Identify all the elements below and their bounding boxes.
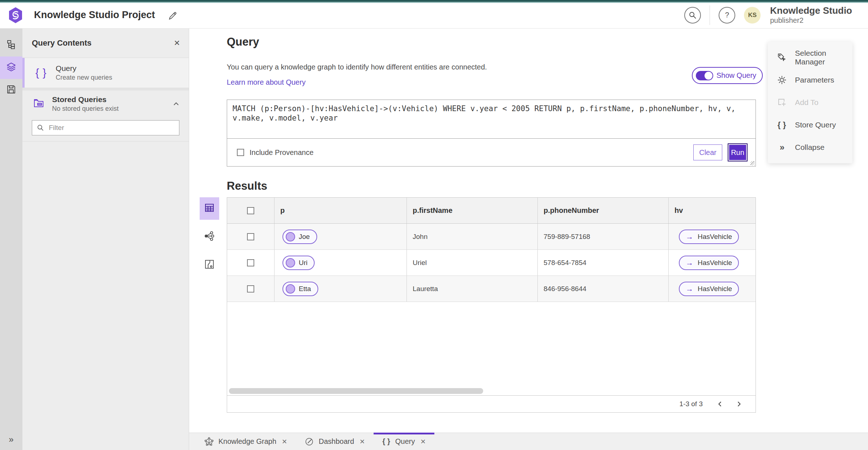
expand-icon: » [9, 434, 13, 445]
entity-label: Etta [299, 285, 311, 293]
close-icon[interactable]: ✕ [359, 438, 365, 446]
relationship-pill[interactable]: → HasVehicle [679, 256, 739, 270]
project-title: Knowledge Studio Project [34, 9, 155, 21]
column-header-hv[interactable]: hv [669, 198, 756, 223]
chevron-right-icon [735, 400, 743, 408]
entity-cell: Joe [275, 224, 407, 249]
tab-dashboard[interactable]: Dashboard ✕ [296, 433, 374, 450]
entity-label: Joe [299, 233, 310, 241]
panel-close-icon[interactable]: ✕ [174, 39, 180, 47]
row-checkbox[interactable] [247, 285, 254, 293]
toggle-switch-icon[interactable] [696, 71, 713, 80]
clear-button[interactable]: Clear [693, 144, 722, 160]
panel-item-query[interactable]: { } Query Create new queries [22, 58, 189, 88]
learn-more-link[interactable]: Learn more about Query [227, 78, 306, 87]
run-button[interactable]: Run [728, 143, 748, 161]
layers-icon [6, 62, 17, 74]
table-row[interactable]: Joe John 759-889-57168 → HasVehicle [227, 224, 756, 250]
horizontal-scrollbar[interactable] [229, 388, 483, 394]
relationship-label: HasVehicle [698, 233, 732, 241]
data-model-icon [6, 39, 16, 51]
phonenumber-cell: 759-889-57168 [538, 224, 669, 249]
menu-item-selection-manager[interactable]: Selection Manager [768, 46, 852, 69]
include-provenance-label: Include Provenance [250, 148, 314, 157]
column-header-firstname[interactable]: p.firstName [407, 198, 538, 223]
close-icon[interactable]: ✕ [420, 438, 426, 446]
tab-label: Dashboard [319, 437, 354, 446]
query-contents-panel: Query Contents ✕ { } Query Create new qu… [22, 28, 189, 450]
knowledge-graph-icon [204, 437, 214, 446]
rail-expand-button[interactable]: » [0, 431, 22, 448]
rail-item-data-model[interactable] [0, 34, 22, 56]
firstname-cell: Uriel [407, 250, 538, 276]
row-checkbox[interactable] [247, 233, 254, 240]
bottom-tab-bar: Knowledge Graph ✕ Dashboard ✕ { } Query … [189, 433, 868, 450]
tab-label: Query [395, 437, 415, 446]
double-chevron-right-icon: » [777, 142, 787, 152]
chevron-up-icon[interactable] [172, 100, 180, 108]
next-page-button[interactable] [731, 397, 747, 411]
user-block[interactable]: Knowledge Studio publisher2 [770, 5, 852, 25]
entity-pill[interactable]: Etta [282, 282, 318, 296]
main-content: Query You can query a knowledge graph to… [189, 28, 868, 433]
selection-manager-icon [777, 52, 787, 63]
entity-pill[interactable]: Joe [282, 230, 317, 244]
stored-queries-folder-icon [33, 98, 45, 110]
table-row[interactable]: Uri Uriel 578-654-7854 → HasVehicle [227, 250, 756, 276]
user-name: Knowledge Studio [770, 5, 852, 16]
query-tools-menu: Selection Manager Parameters [768, 42, 852, 163]
show-query-toggle[interactable]: Show Query [692, 67, 763, 84]
table-row[interactable]: Etta Lauretta 846-956-8644 → HasVehicle [227, 276, 756, 302]
save-icon [6, 84, 16, 96]
view-link-chart-button[interactable] [200, 226, 219, 248]
table-icon [204, 202, 215, 215]
tab-label: Knowledge Graph [218, 437, 276, 446]
row-checkbox[interactable] [247, 259, 254, 266]
app-logo-icon[interactable] [8, 7, 23, 24]
tab-query[interactable]: { } Query ✕ [374, 433, 434, 450]
arrow-right-icon: → [686, 233, 693, 240]
menu-item-label: Selection Manager [795, 49, 852, 66]
stored-item-text: Stored Queries No stored queries exist [52, 95, 165, 113]
include-provenance-checkbox[interactable] [237, 149, 244, 156]
close-icon[interactable]: ✕ [282, 438, 287, 446]
search-button[interactable] [684, 7, 701, 24]
question-mark-icon: ? [725, 11, 729, 19]
query-actions-row: Include Provenance Clear Run [227, 139, 756, 166]
rail-item-save[interactable] [0, 79, 22, 101]
table-header-row: p p.firstName p.phoneNumber hv [227, 198, 756, 224]
relationship-pill[interactable]: → HasVehicle [679, 230, 739, 244]
select-all-checkbox[interactable] [247, 207, 254, 214]
filter-field [32, 120, 179, 135]
view-table-button[interactable] [200, 197, 219, 220]
menu-item-label: Collapse [795, 143, 825, 152]
column-header-p[interactable]: p [275, 198, 407, 223]
avatar[interactable]: KS [744, 7, 761, 24]
rail-item-contents[interactable] [0, 56, 22, 79]
resize-handle[interactable] [750, 161, 755, 165]
top-bar: Knowledge Studio Project ? KS Knowledge … [0, 0, 868, 28]
column-header-phonenumber[interactable]: p.phoneNumber [538, 198, 669, 223]
menu-item-parameters[interactable]: Parameters [768, 69, 852, 91]
query-heading: Query [227, 35, 259, 49]
entity-node-icon [286, 232, 295, 241]
edit-title-icon[interactable] [167, 10, 178, 20]
row-checkbox-cell [227, 276, 275, 302]
link-chart-icon [204, 231, 215, 243]
relationship-pill[interactable]: → HasVehicle [679, 282, 739, 296]
menu-item-collapse[interactable]: » Collapse [768, 136, 852, 159]
previous-page-button[interactable] [712, 397, 728, 411]
entity-cell: Uri [275, 250, 407, 276]
query-item-subtitle: Create new queries [56, 74, 112, 81]
braces-icon: { } [777, 120, 787, 130]
help-button[interactable]: ? [719, 7, 735, 24]
pagination-footer: 1-3 of 3 [227, 395, 756, 412]
query-text-input[interactable]: MATCH (p:Person)-[hv:HasVehicle]->(v:Veh… [227, 100, 756, 139]
view-map-button[interactable] [200, 254, 219, 276]
panel-item-stored-queries[interactable]: Stored Queries No stored queries exist [22, 91, 189, 117]
entity-pill[interactable]: Uri [282, 256, 315, 270]
tab-knowledge-graph[interactable]: Knowledge Graph ✕ [196, 433, 296, 450]
menu-item-store-query[interactable]: { } Store Query [768, 114, 852, 136]
filter-input[interactable] [49, 124, 175, 132]
topbar-divider [710, 5, 710, 25]
